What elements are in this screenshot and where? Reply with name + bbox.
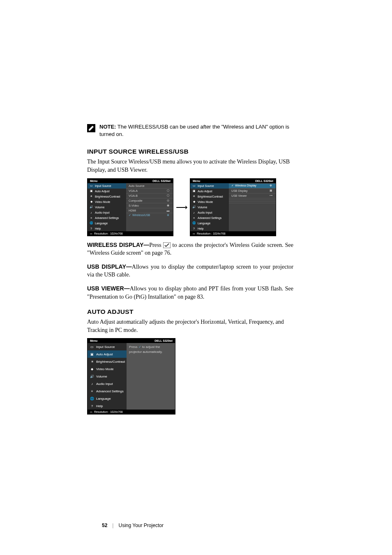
page-footer: 52 | Using Your Projector: [102, 523, 164, 528]
osd-menu-wireless-usb: Menu DELL S320wi ▭Input Source ▣Auto Adj…: [190, 178, 276, 236]
wireless-icon: ⟱: [268, 184, 273, 187]
settings-icon: ≡: [192, 216, 196, 220]
osd-menu-input-source: Menu DELL S320wi ▭Input Source ▣Auto Adj…: [87, 178, 173, 236]
page-number: 52: [102, 523, 107, 528]
menu-item-input-source: ▭Input Source: [190, 183, 229, 189]
menu-item-language: 🌐Language: [190, 221, 229, 226]
menu-title: Menu: [193, 180, 200, 182]
menu-item-input-source: ▭Input Source: [88, 183, 126, 189]
menu-item-video-mode: ◆Video Mode: [88, 365, 127, 373]
check-icon: ✓: [138, 345, 141, 349]
menu-item-auto-adjust: ▣Auto Adjust: [190, 189, 229, 194]
vga-icon: ⬡: [166, 194, 171, 197]
volume-icon: 🔊: [90, 374, 95, 379]
menu-model: DELL S320wi: [152, 180, 171, 182]
option-vga-a: VGA-A⬡: [126, 188, 173, 193]
menu-item-auto-adjust: ▣Auto Adjust: [88, 350, 127, 358]
composite-icon: ◎: [166, 199, 171, 202]
check-button-icon: [163, 242, 171, 248]
menu-item-brightness: ☀Brightness/Contrast: [190, 194, 229, 199]
audio-icon: ♪: [192, 210, 196, 214]
menu-footer: ▭Resolution : 1024x768: [88, 410, 175, 414]
menu-item-audio-input: ♪Audio Input: [88, 380, 127, 387]
audio-icon: ♪: [89, 210, 93, 214]
input-icon: ▭: [89, 184, 93, 188]
menu-item-advanced: ≡Advanced Settings: [190, 215, 229, 221]
brightness-icon: ☀: [192, 194, 196, 198]
menu-item-input-source: ▭Input Source: [88, 343, 127, 350]
menu-item-auto-adjust: ▣Auto Adjust: [88, 189, 126, 194]
menu-item-advanced: ≡Advanced Settings: [88, 215, 126, 221]
svideo-icon: ◉: [166, 204, 171, 207]
option-svideo: S-Video◉: [126, 203, 173, 208]
usb-display-icon: ▣: [268, 189, 273, 192]
footer-divider: |: [112, 523, 113, 528]
osd-menu-auto-adjust: Menu DELL S320wi ▭Input Source ▣Auto Adj…: [87, 338, 175, 415]
vga-icon: ⬡: [166, 189, 171, 192]
menu-title: Menu: [90, 339, 97, 342]
menu-item-language: 🌐Language: [88, 221, 126, 226]
auto-adjust-instruction: Press ✓ to adjust the projector automati…: [127, 343, 175, 355]
option-hdmi: HDMI▬: [126, 208, 173, 213]
menu-item-brightness: ☀Brightness/Contrast: [88, 358, 127, 365]
settings-icon: ≡: [89, 216, 93, 220]
note-label: NOTE:: [99, 124, 116, 130]
brightness-icon: ☀: [90, 359, 95, 364]
menu-item-volume: 🔊Volume: [190, 205, 229, 210]
help-icon: ?: [89, 226, 93, 230]
volume-icon: 🔊: [192, 205, 196, 209]
adjust-icon: ▣: [90, 352, 95, 357]
hdmi-icon: ▬: [166, 209, 171, 212]
menu-item-video-mode: ◆Video Mode: [88, 199, 126, 205]
pencil-note-icon: [87, 124, 95, 132]
adjust-icon: ▣: [89, 189, 93, 193]
footer-section: Using Your Projector: [118, 523, 163, 528]
video-icon: ◆: [90, 366, 95, 371]
section-intro-auto-adjust: Auto Adjust automatically adjusts the pr…: [87, 318, 293, 334]
menu-footer: ▭Resolution : 1024x768: [190, 231, 276, 236]
audio-icon: ♪: [90, 381, 95, 386]
video-icon: ◆: [89, 200, 93, 204]
option-wireless-usb: ✓Wireless/USB⟱: [126, 213, 173, 218]
def-wireless-display: WIRELESS DISPLAY—Press to access the pro…: [87, 241, 293, 257]
help-icon: ?: [192, 226, 196, 230]
usb-icon: ⊶: [268, 194, 273, 197]
menu-item-audio-input: ♪Audio Input: [190, 210, 229, 215]
option-usb-display: USB Display▣: [229, 188, 276, 193]
menu-footer: ▭Resolution : 1024x768: [88, 231, 173, 236]
globe-icon: 🌐: [192, 221, 196, 225]
globe-icon: 🌐: [90, 396, 95, 401]
menu-model: DELL S320wi: [154, 339, 173, 342]
note-text: NOTE: The WIRELESS/USB can be used after…: [99, 123, 293, 138]
menu-item-volume: 🔊Volume: [88, 205, 126, 210]
menu-item-video-mode: ◆Video Mode: [190, 199, 229, 205]
menu-title: Menu: [90, 180, 97, 182]
section-heading-auto-adjust: AUTO ADJUST: [87, 308, 293, 315]
menu-model: DELL S320wi: [255, 180, 273, 182]
volume-icon: 🔊: [89, 205, 93, 209]
adjust-icon: ▣: [192, 189, 196, 193]
menu-item-volume: 🔊Volume: [88, 373, 127, 380]
option-usb-viewer: USB Viewer⊶: [229, 193, 276, 198]
option-composite: Composite◎: [126, 198, 173, 203]
option-wireless-display: ✓Wireless Display⟱: [229, 183, 276, 188]
input-icon: ▭: [90, 344, 95, 349]
settings-icon: ≡: [90, 389, 95, 394]
globe-icon: 🌐: [89, 221, 93, 225]
section-heading-input-source: INPUT SOURCE WIRELESS/USB: [87, 148, 293, 155]
option-vga-b: VGA-B⬡: [126, 193, 173, 198]
option-auto-source: Auto Source: [126, 183, 173, 188]
menu-item-advanced: ≡Advanced Settings: [88, 387, 127, 395]
menu-item-help: ?Help: [88, 402, 127, 410]
menu-item-brightness: ☀Brightness/Contrast: [88, 194, 126, 199]
menu-item-help: ?Help: [190, 226, 229, 231]
brightness-icon: ☀: [89, 194, 93, 198]
arrow-right-icon: ⟶: [173, 202, 190, 212]
wireless-icon: ⟱: [166, 214, 171, 217]
video-icon: ◆: [192, 200, 196, 204]
def-usb-display: USB DISPLAY—Allows you to display the co…: [87, 263, 293, 279]
menu-item-help: ?Help: [88, 226, 126, 231]
menu-item-audio-input: ♪Audio Input: [88, 210, 126, 215]
def-usb-viewer: USB VIEWER—Allows you to display photo a…: [87, 285, 293, 301]
menu-item-language: 🌐Language: [88, 395, 127, 402]
